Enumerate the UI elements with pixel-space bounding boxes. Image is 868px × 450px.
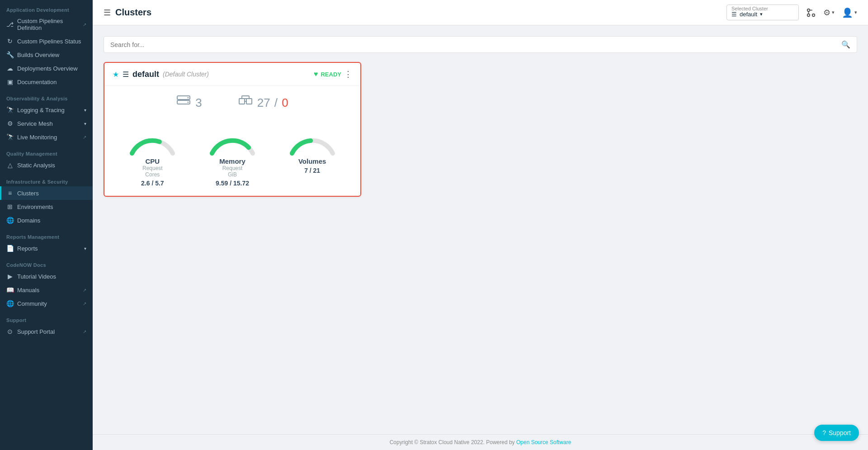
svg-point-2 — [807, 14, 810, 16]
svg-point-0 — [812, 14, 815, 16]
volumes-gauge-container — [285, 124, 340, 156]
svg-rect-10 — [246, 99, 252, 104]
support-label: Support — [829, 429, 851, 436]
sidebar-item-label: Custom Pipelines Definition — [17, 18, 79, 31]
user-icon: 👤 — [842, 7, 853, 18]
sidebar-item-label: Static Analysis — [17, 162, 86, 169]
namespaces-count: 27 / 0 — [257, 96, 288, 110]
search-icon: 🔍 — [841, 40, 850, 49]
cluster-selector[interactable]: Selected Cluster ☰ default ▾ — [726, 5, 799, 20]
sidebar-item-clusters[interactable]: ≡ Clusters — [0, 186, 93, 200]
question-icon: ? — [822, 429, 826, 436]
sidebar-item-documentation[interactable]: ▣ Documentation — [0, 75, 93, 89]
file-icon: 📄 — [6, 245, 14, 252]
memory-subtitle1: Request — [216, 165, 249, 171]
sidebar-item-live-monitoring[interactable]: 🔭 Live Monitoring ↗ — [0, 130, 93, 144]
footer-text: Copyright © Stratox Cloud Native 2022. P… — [390, 439, 516, 445]
server-icon — [176, 95, 191, 110]
sidebar-item-label: Community — [17, 300, 79, 307]
cpu-subtitle2: Cores — [141, 171, 164, 178]
cluster-card: ★ ☰ default (Default Cluster) ♥ READY ⋮ — [104, 62, 361, 197]
external-link-icon: ↗ — [83, 22, 86, 27]
community-icon: 🌐 — [6, 300, 14, 307]
cluster-default-label: (Default Cluster) — [163, 71, 209, 78]
sidebar-item-logging-tracing[interactable]: 🔭 Logging & Tracing ▾ — [0, 103, 93, 117]
cluster-selected-text: default — [740, 11, 757, 18]
cluster-selector-label: Selected Cluster — [731, 6, 768, 11]
heart-icon: ♥ — [314, 70, 318, 78]
monitor-icon: 🔭 — [6, 133, 14, 141]
search-input[interactable] — [110, 41, 838, 48]
sidebar-item-label: Reports — [17, 245, 80, 252]
sidebar-item-environments[interactable]: ⊞ Environments — [0, 200, 93, 213]
sidebar-item-domains[interactable]: 🌐 Domains — [0, 213, 93, 227]
cluster-menu-icon[interactable]: ⋮ — [344, 69, 352, 79]
sidebar-item-tutorial-videos[interactable]: ▶ Tutorial Videos — [0, 270, 93, 283]
sidebar-item-label: Deployments Overview — [17, 65, 86, 72]
memory-gauge-label: Memory Request GiB 9.59 / 15.72 — [216, 157, 249, 187]
sidebar-item-reports[interactable]: 📄 Reports ▾ — [0, 242, 93, 255]
cluster-title-group: ★ ☰ default (Default Cluster) — [113, 70, 209, 79]
memory-subtitle2: GiB — [216, 171, 249, 178]
tool-icon: 🔧 — [6, 51, 14, 58]
sidebar-item-builds-overview[interactable]: 🔧 Builds Overview — [0, 48, 93, 62]
nodes-count: 3 — [195, 96, 202, 110]
doc-icon: ▣ — [6, 78, 14, 85]
volumes-gauge-svg — [285, 124, 340, 158]
sidebar-item-label: Service Mesh — [17, 120, 80, 127]
svg-rect-12 — [242, 96, 249, 99]
cpu-gauge-label: CPU Request Cores 2.6 / 5.7 — [141, 157, 164, 187]
volumes-gauge: Volumes 7 / 21 — [285, 124, 340, 174]
sidebar-item-custom-pipelines-status[interactable]: ↻ Custom Pipelines Status — [0, 34, 93, 48]
list-icon: ≡ — [6, 189, 14, 197]
sidebar-item-static-analysis[interactable]: △ Static Analysis — [0, 158, 93, 172]
chevron-down-icon: ▾ — [84, 246, 86, 251]
memory-gauge-svg — [205, 124, 259, 158]
memory-gauge: Memory Request GiB 9.59 / 15.72 — [205, 124, 259, 187]
sidebar-item-label: Manuals — [17, 287, 79, 294]
sidebar-item-label: Environments — [17, 204, 86, 210]
external-link-icon: ↗ — [83, 135, 86, 140]
sidebar-item-support-portal[interactable]: ⊙ Support Portal ↗ — [0, 325, 93, 338]
memory-value: 9.59 / 15.72 — [216, 180, 249, 187]
settings-icon-btn[interactable]: ⚙ ▾ — [823, 8, 835, 18]
svg-point-8 — [188, 102, 189, 103]
sidebar-item-manuals[interactable]: 📖 Manuals ↗ — [0, 283, 93, 297]
search-bar: 🔍 — [104, 36, 857, 53]
sidebar-item-custom-pipelines-definition[interactable]: ⎇ Custom Pipelines Definition ↗ — [0, 14, 93, 34]
sidebar-item-community[interactable]: 🌐 Community ↗ — [0, 297, 93, 310]
cluster-selector-value: ☰ default ▾ — [731, 11, 763, 18]
sidebar-section-docs: CodeNOW Docs — [0, 258, 93, 270]
topbar-right: Selected Cluster ☰ default ▾ ⚙ ▾ 👤 ▾ — [726, 5, 857, 20]
namespaces-err: 0 — [282, 96, 288, 109]
volumes-gauge-label: Volumes 7 / 21 — [298, 157, 326, 174]
cloud-icon: ☁ — [6, 65, 14, 72]
sidebar-item-service-mesh[interactable]: ⚙ Service Mesh ▾ — [0, 117, 93, 130]
external-link-icon: ↗ — [83, 288, 86, 293]
cluster-status: ♥ READY ⋮ — [314, 69, 352, 79]
sidebar-item-label: Documentation — [17, 79, 86, 85]
sidebar-item-label: Logging & Tracing — [17, 107, 80, 114]
svg-rect-9 — [239, 99, 245, 104]
namespaces-counter: 27 / 0 — [238, 95, 288, 110]
cpu-gauge-container — [125, 124, 179, 156]
support-button[interactable]: ? Support — [814, 425, 859, 441]
chevron-down-icon: ▾ — [84, 108, 86, 113]
git-icon-btn[interactable] — [806, 8, 816, 18]
sidebar-item-label: Support Portal — [17, 328, 79, 335]
namespaces-ok: 27 — [257, 96, 270, 109]
sidebar-item-label: Builds Overview — [17, 52, 86, 58]
sidebar: Application Development ⎇ Custom Pipelin… — [0, 0, 93, 450]
svg-point-7 — [188, 97, 189, 99]
globe-icon: 🌐 — [6, 217, 14, 224]
video-icon: ▶ — [6, 273, 14, 280]
sidebar-item-deployments-overview[interactable]: ☁ Deployments Overview — [0, 62, 93, 75]
volumes-value: 7 / 21 — [298, 167, 326, 174]
topbar: ☰ Clusters Selected Cluster ☰ default ▾ … — [93, 0, 868, 25]
user-icon-btn[interactable]: 👤 ▾ — [842, 7, 857, 18]
chart-icon: △ — [6, 161, 14, 169]
main-content: 🔍 ★ ☰ default (Default Cluster) ♥ READY … — [93, 25, 868, 434]
footer-link[interactable]: Open Source Software — [516, 439, 571, 445]
sidebar-item-label: Live Monitoring — [17, 134, 79, 141]
nodes-counter: 3 — [176, 95, 202, 110]
